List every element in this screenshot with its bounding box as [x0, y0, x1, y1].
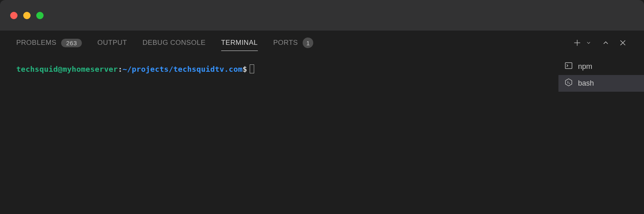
new-terminal-button[interactable] [572, 38, 582, 48]
panel-body: techsquid@myhomeserver:~/projects/techsq… [0, 55, 644, 214]
terminal-list-item-label: bash [578, 79, 594, 88]
ports-count-badge: 1 [303, 38, 313, 48]
maximize-panel-button[interactable] [601, 38, 611, 48]
tab-ports[interactable]: PORTS 1 [273, 34, 314, 51]
titlebar [0, 0, 644, 31]
window-close-button[interactable] [10, 12, 18, 19]
terminal-list-item-npm[interactable]: npm [558, 58, 644, 75]
panel-tab-bar: PROBLEMS 263 OUTPUT DEBUG CONSOLE TERMIN… [0, 31, 644, 55]
tab-debug-console-label: DEBUG CONSOLE [143, 39, 206, 47]
terminal-list-item-label: npm [578, 62, 592, 71]
prompt-path: ~/projects/techsquidtv.com [123, 65, 243, 73]
svg-marker-5 [565, 79, 572, 86]
new-terminal-dropdown-icon[interactable] [584, 38, 593, 48]
terminal-cursor [250, 64, 254, 73]
tab-problems-label: PROBLEMS [16, 39, 56, 47]
tab-terminal-label: TERMINAL [221, 39, 258, 47]
tab-ports-label: PORTS [273, 39, 298, 47]
tab-output-label: OUTPUT [97, 39, 127, 47]
tab-problems[interactable]: PROBLEMS 263 [16, 35, 82, 51]
window-maximize-button[interactable] [36, 12, 44, 19]
prompt-user-host: techsquid@myhomeserver [16, 65, 118, 73]
tab-output[interactable]: OUTPUT [97, 35, 127, 50]
editor-window: PROBLEMS 263 OUTPUT DEBUG CONSOLE TERMIN… [0, 0, 644, 214]
tab-terminal[interactable]: TERMINAL [221, 35, 258, 50]
problems-count-badge: 263 [61, 39, 82, 47]
tab-debug-console[interactable]: DEBUG CONSOLE [143, 35, 206, 50]
bash-hex-icon [564, 78, 573, 89]
terminal-box-icon [564, 61, 573, 72]
svg-rect-4 [565, 63, 572, 69]
terminal-output[interactable]: techsquid@myhomeserver:~/projects/techsq… [0, 55, 558, 214]
close-panel-button[interactable] [618, 38, 628, 48]
terminal-list-item-bash[interactable]: bash [558, 75, 644, 92]
terminal-list: npm bash [558, 55, 644, 214]
prompt-separator: : [118, 65, 122, 73]
window-minimize-button[interactable] [23, 12, 31, 19]
panel-actions [572, 38, 628, 48]
prompt-dollar: $ [243, 65, 247, 73]
